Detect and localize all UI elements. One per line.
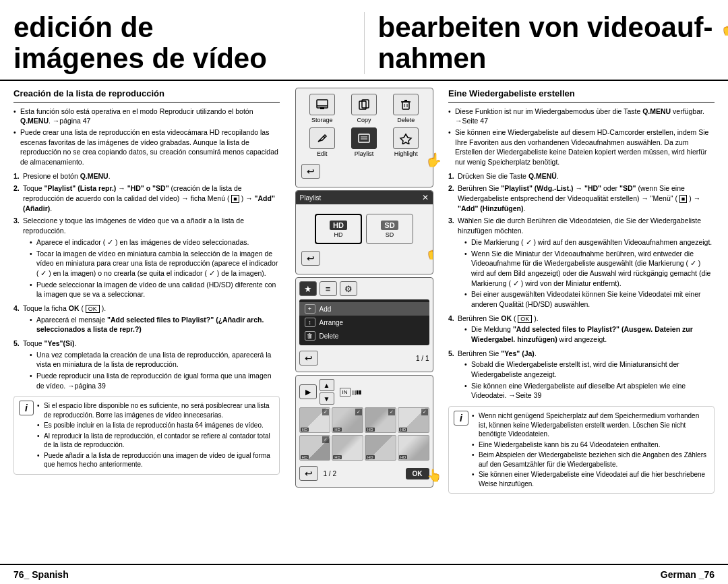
right-note-icon: i xyxy=(454,411,468,426)
list-item: Bei einer ausgewählten Videodatei können… xyxy=(464,289,715,309)
page-indicator-1: 1 / 1 xyxy=(413,355,429,362)
menu-row-top: Storage Copy Delete xyxy=(301,94,427,123)
arrange-option[interactable]: ↕ Arrange xyxy=(299,316,429,329)
svg-marker-14 xyxy=(400,134,411,144)
list-item: Tocar la imagen de vídeo en miniatura ca… xyxy=(30,249,280,279)
list-item: Aparecerá el mensaje "Add selected files… xyxy=(30,315,280,334)
header-row: edición de imágenes de vídeo bearbeiten … xyxy=(0,0,728,81)
page-indicator-2: 1 / 2 xyxy=(321,470,336,477)
thumb-cell[interactable]: HD xyxy=(365,435,396,461)
svg-rect-2 xyxy=(320,107,324,109)
delete-option-list[interactable]: 🗑 Delete xyxy=(299,329,429,343)
right-section-title: Eine Wiedergabeliste erstellen xyxy=(448,88,715,102)
delete-sub-icon: 🗑 xyxy=(305,331,315,341)
footer-left: 76_ Spanish xyxy=(13,569,69,580)
step-1: 1. Presione el botón Q.MENU. xyxy=(13,171,280,181)
playlist-header: Playlist ✕ xyxy=(296,191,433,204)
scroll-down-button[interactable]: ▼ xyxy=(320,392,334,405)
edit-button[interactable]: Edit xyxy=(309,127,335,157)
list-item: Al reproducir la lista de reproducción, … xyxy=(37,432,274,450)
list-item: Eine Wiedergabeliste kann bis zu 64 Vide… xyxy=(472,440,709,450)
left-section-title: Creación de la lista de reproducción xyxy=(13,88,280,102)
list-item: Sie können eine Wiedergabeliste auf dies… xyxy=(464,381,715,401)
device-ui: Storage Copy Delete xyxy=(290,88,438,488)
highlight-button[interactable]: Highlight xyxy=(393,127,419,157)
list-icon: ≡ xyxy=(320,281,337,296)
list-item: Wenn nicht genügend Speicherplatz auf de… xyxy=(472,411,709,439)
right-intro-bullets: Diese Funktion ist nur im Wiedergabemodu… xyxy=(448,107,715,167)
hand-pointer-3: 👆 xyxy=(721,20,728,36)
list-item: Puede crear una lista de reproducción en… xyxy=(13,127,280,167)
footer-row: 76_ Spanish German _76 xyxy=(0,564,728,584)
thumb-cell[interactable]: HD xyxy=(398,435,429,461)
list-item: Es posible incluir en la lista de reprod… xyxy=(37,421,274,430)
back-button-1[interactable]: ↩ xyxy=(301,164,320,179)
thumb-cell[interactable]: HD ✓ xyxy=(299,435,331,461)
thumb-cell[interactable]: HD ✓ xyxy=(332,407,363,433)
list-item: Die Markierung ( ✓ ) wird auf den ausgew… xyxy=(464,237,715,247)
list-item: Die Meldung "Add selected files to Playl… xyxy=(464,324,715,344)
left-note-box: i Si el espacio libre disponible no es s… xyxy=(13,396,280,475)
list-item: Puede reproducir una lista de reproducci… xyxy=(30,371,280,390)
de-step-5: 5. Berühren Sie "Yes" (Ja). Sobald die W… xyxy=(448,349,715,402)
center-column: Storage Copy Delete xyxy=(290,88,438,564)
list-item: Sobald die Wiedergabeliste erstellt ist,… xyxy=(464,359,715,379)
playlist-button[interactable]: Playlist xyxy=(351,127,377,157)
thumbnail-panel: ▶ ▲ ▼ IN |||▮▮ xyxy=(295,375,433,488)
back-button-3[interactable]: ↩ xyxy=(299,351,318,366)
menu-row-bottom: Edit Playlist Highlight xyxy=(301,127,427,157)
options-top-icons: ★ ≡ ⚙ xyxy=(299,281,429,296)
thumbnail-grid-row1: HD ✓ HD ✓ HD ✓ HD ✓ xyxy=(299,407,429,433)
de-step-3: 3. Wählen Sie die durch Berühren die Vid… xyxy=(448,216,715,310)
de-step-1: 1. Drücken Sie die Taste Q.MENÜ. xyxy=(448,171,715,181)
list-item: Puede añadir a la lista de reproducción … xyxy=(37,451,274,469)
note-icon: i xyxy=(19,401,34,415)
title-right: bearbeiten von videoauf- nahmen xyxy=(378,12,715,74)
menu-panel-1: Storage Copy Delete xyxy=(295,88,433,187)
copy-button[interactable]: Copy xyxy=(351,94,377,123)
list-item: Sie können einer Wiedergabeliste eine Vi… xyxy=(472,470,709,488)
svg-line-10 xyxy=(324,136,325,138)
thumb-cell[interactable]: HD ✓ xyxy=(299,407,331,433)
list-item: Wenn Sie die Miniatur der Videoaufnahme … xyxy=(464,249,715,289)
sd-quality-button[interactable]: SD SD xyxy=(366,214,413,244)
hand-pointer-1: 👆 xyxy=(425,152,442,168)
step-5: 5. Toque "Yes"(Si). Una vez completada l… xyxy=(13,339,280,392)
star-icon: ★ xyxy=(299,281,317,296)
step-3: 3. Seleccione y toque las imágenes de ví… xyxy=(13,216,280,301)
list-item: Esta función sólo está operativa en el m… xyxy=(13,107,280,126)
ok-button[interactable]: OK xyxy=(406,468,429,479)
quality-selection-row: HD HD SD SD xyxy=(301,214,427,244)
thumb-bottom-row: ↩ 1 / 2 OK 👆 xyxy=(299,463,429,484)
storage-button[interactable]: Storage xyxy=(309,94,335,123)
step-4: 4. Toque la ficha OK ( OK ). Aparecerá e… xyxy=(13,303,280,336)
playlist-close-button[interactable]: ✕ xyxy=(422,193,429,202)
right-column: Eine Wiedergabeliste erstellen Diese Fun… xyxy=(445,88,715,564)
thumb-cell[interactable]: HD xyxy=(332,435,363,461)
thumb-cell[interactable]: HD ✓ xyxy=(398,407,429,433)
status-icons: IN |||▮▮ xyxy=(340,388,362,395)
step-2: 2. Toque "Playlist" (Lista repr.) → "HD"… xyxy=(13,183,280,213)
back-button-4[interactable]: ↩ xyxy=(299,466,318,481)
de-step-2: 2. Berühren Sie "Playlist" (Wdg.-List.) … xyxy=(448,183,715,213)
options-list: + Add ↕ Arrange 🗑 Delete xyxy=(299,299,429,345)
svg-rect-11 xyxy=(359,134,369,142)
scroll-up-button[interactable]: ▲ xyxy=(320,379,334,391)
header-left: edición de imágenes de vídeo xyxy=(13,12,364,74)
add-option[interactable]: + Add xyxy=(299,302,429,316)
list-item: Si el espacio libre disponible no es suf… xyxy=(37,401,274,419)
thumbnail-grid-row2: HD ✓ HD HD HD xyxy=(299,435,429,461)
back-button-2[interactable]: ↩ xyxy=(301,251,320,266)
content-row: Creación de la lista de reproducción Est… xyxy=(0,81,728,564)
hd-quality-button[interactable]: HD HD xyxy=(315,214,362,244)
list-item: Puede seleccionar la imagen de vídeo de … xyxy=(30,280,280,299)
svg-rect-0 xyxy=(317,100,328,108)
thumb-cell[interactable]: HD ✓ xyxy=(365,407,396,433)
page-container: edición de imágenes de vídeo bearbeiten … xyxy=(0,0,728,584)
gear-icon: ⚙ xyxy=(340,281,357,296)
delete-button[interactable]: Delete xyxy=(393,94,419,123)
footer-right: German _76 xyxy=(661,569,715,580)
title-left: edición de imágenes de vídeo xyxy=(13,12,351,74)
hand-pointer-4: 👆 xyxy=(427,468,442,483)
list-item: Una vez completada la creación de una li… xyxy=(30,350,280,370)
